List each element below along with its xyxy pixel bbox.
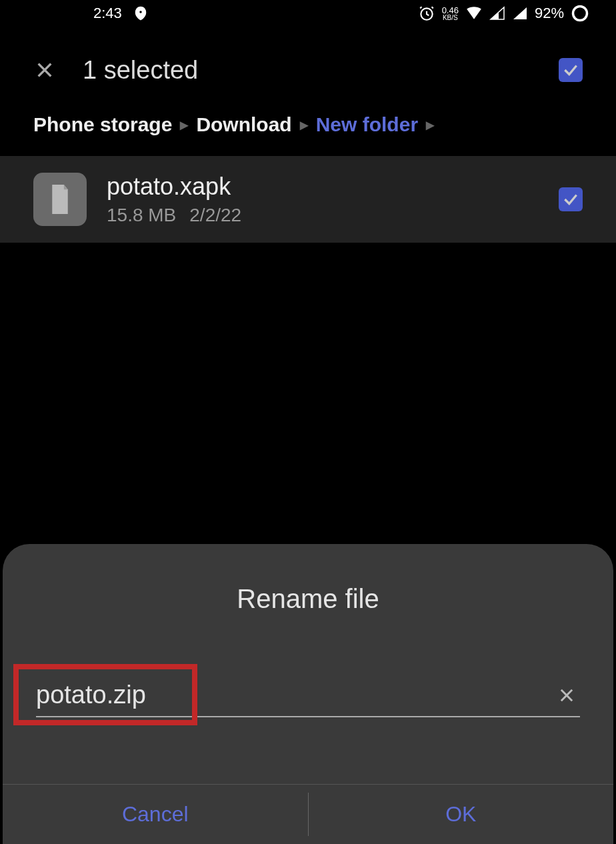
- dialog-title: Rename file: [3, 584, 613, 614]
- file-checkbox[interactable]: [559, 187, 583, 211]
- file-row[interactable]: potato.xapk 15.8 MB2/2/22: [0, 156, 616, 243]
- chevron-right-icon: ▶: [300, 119, 308, 131]
- clear-input-button[interactable]: [553, 682, 580, 709]
- status-bar: 2:43 0.46 KB/S 92%: [0, 0, 616, 27]
- battery-percent: 92%: [535, 5, 564, 22]
- selection-header: 1 selected: [0, 27, 616, 113]
- file-list: potato.xapk 15.8 MB2/2/22: [0, 156, 616, 243]
- rename-dialog: Rename file Cancel OK: [3, 544, 613, 844]
- file-info: potato.xapk 15.8 MB2/2/22: [107, 173, 539, 226]
- app-indicator-icon: [133, 5, 149, 21]
- file-meta: 15.8 MB2/2/22: [107, 205, 539, 226]
- cancel-button[interactable]: Cancel: [3, 785, 308, 844]
- breadcrumb-new-folder[interactable]: New folder: [316, 113, 418, 136]
- chevron-right-icon: ▶: [180, 119, 188, 131]
- file-icon: [33, 173, 87, 226]
- battery-icon: [571, 4, 589, 23]
- chevron-right-icon: ▶: [426, 119, 434, 131]
- signal-icon-2: [512, 6, 528, 21]
- breadcrumb-download[interactable]: Download: [196, 113, 291, 136]
- close-selection-button[interactable]: [33, 59, 56, 81]
- rename-input[interactable]: [36, 674, 553, 716]
- dialog-buttons: Cancel OK: [3, 784, 613, 844]
- svg-point-0: [139, 10, 143, 14]
- alarm-icon: [418, 5, 435, 22]
- signal-icon-1: [489, 6, 505, 21]
- selection-count: 1 selected: [83, 56, 532, 85]
- ok-button[interactable]: OK: [309, 785, 614, 844]
- select-all-checkbox[interactable]: [559, 58, 583, 82]
- network-speed: 0.46 KB/S: [442, 6, 459, 21]
- rename-input-wrap: [36, 674, 580, 717]
- status-time: 2:43: [93, 5, 122, 22]
- wifi-icon: [465, 6, 483, 21]
- file-name: potato.xapk: [107, 173, 539, 201]
- breadcrumb-phone-storage[interactable]: Phone storage: [33, 113, 172, 136]
- svg-point-2: [573, 7, 587, 21]
- breadcrumb: Phone storage ▶ Download ▶ New folder ▶: [0, 113, 616, 156]
